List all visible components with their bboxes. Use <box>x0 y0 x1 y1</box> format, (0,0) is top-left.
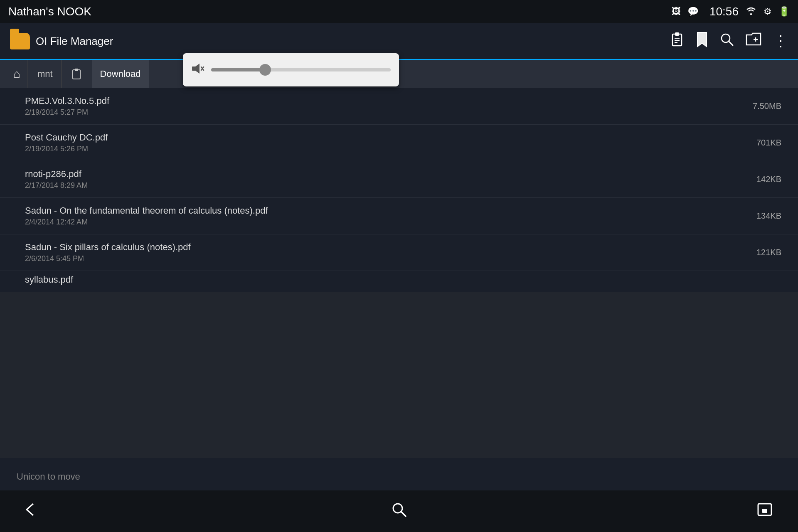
file-size: 7.50MB <box>753 101 781 111</box>
breadcrumb-nav: ⌂ mnt Download <box>0 60 798 88</box>
file-date: 2/19/2014 5:27 PM <box>25 108 109 117</box>
breadcrumb-home[interactable]: ⌂ <box>7 60 27 88</box>
more-menu-icon[interactable]: ⋮ <box>773 34 788 49</box>
bottom-nav <box>0 490 798 532</box>
file-date: 2/6/2014 5:45 PM <box>25 254 191 263</box>
file-date: 2/19/2014 5:26 PM <box>25 145 108 153</box>
status-bar: Nathan's NOOK 🖼 💬 10:56 ⚙ 🔋 <box>0 0 798 23</box>
file-row-partial[interactable]: syllabus.pdf <box>0 271 798 292</box>
svg-rect-11 <box>192 66 195 71</box>
image-status-icon: 🖼 <box>672 6 681 17</box>
breadcrumb-mnt[interactable]: mnt <box>29 60 62 88</box>
status-text: Unicon to move <box>17 471 80 482</box>
file-name-partial: syllabus.pdf <box>25 274 73 285</box>
file-size: 121KB <box>756 248 781 257</box>
file-row[interactable]: Post Cauchy DC.pdf 2/19/2014 5:26 PM 701… <box>0 125 798 161</box>
app-name: OI File Manager <box>36 35 113 48</box>
file-size: 701KB <box>756 138 781 148</box>
file-size: 134KB <box>756 211 781 221</box>
volume-slider-thumb[interactable] <box>259 64 271 76</box>
volume-slider-fill <box>211 68 265 71</box>
file-row[interactable]: Sadun - On the fundamental theorem of ca… <box>0 198 798 234</box>
status-icons: 🖼 💬 10:56 ⚙ 🔋 <box>672 5 790 18</box>
breadcrumb-mnt-label: mnt <box>37 69 53 79</box>
breadcrumb-download-label: Download <box>100 69 141 79</box>
toolbar-left: OI File Manager <box>10 33 113 49</box>
wifi-icon <box>745 6 757 17</box>
file-name: Post Cauchy DC.pdf <box>25 132 108 143</box>
file-list: PMEJ.Vol.3.No.5.pdf 2/19/2014 5:27 PM 7.… <box>0 88 798 292</box>
folder-icon <box>10 33 30 49</box>
file-date: 2/4/2014 12:42 AM <box>25 218 268 227</box>
file-name: Sadun - Six pillars of calculus (notes).… <box>25 242 191 253</box>
file-info: rnoti-p286.pdf 2/17/2014 8:29 AM <box>25 169 88 190</box>
file-size: 142KB <box>756 175 781 184</box>
svg-line-15 <box>401 512 406 516</box>
file-info: Post Cauchy DC.pdf 2/19/2014 5:26 PM <box>25 132 108 153</box>
battery-icon: 🔋 <box>778 6 790 17</box>
volume-slider-track[interactable] <box>211 68 391 71</box>
file-date: 2/17/2014 8:29 AM <box>25 181 88 190</box>
search-nav-icon[interactable] <box>391 502 407 521</box>
bottom-status: Unicon to move <box>17 471 80 482</box>
settings-icon[interactable]: ⚙ <box>764 6 772 17</box>
folder-icon-wrapper: OI File Manager <box>10 33 113 49</box>
toolbar: OI File Manager <box>0 23 798 60</box>
file-info: Sadun - On the fundamental theorem of ca… <box>25 205 268 227</box>
clock: 10:56 <box>709 5 739 18</box>
empty-area <box>0 292 798 458</box>
toolbar-right: ⋮ <box>670 32 788 51</box>
svg-rect-1 <box>675 32 679 36</box>
recents-icon[interactable] <box>756 502 773 521</box>
file-name: PMEJ.Vol.3.No.5.pdf <box>25 96 109 106</box>
file-info: PMEJ.Vol.3.No.5.pdf 2/19/2014 5:27 PM <box>25 96 109 117</box>
home-icon: ⌂ <box>13 67 20 81</box>
svg-line-6 <box>729 41 733 45</box>
breadcrumb-clipboard[interactable] <box>63 60 90 88</box>
back-icon[interactable] <box>25 502 42 521</box>
svg-rect-10 <box>75 69 78 71</box>
app-title: Nathan's NOOK <box>8 5 91 18</box>
message-status-icon: 💬 <box>687 6 699 17</box>
svg-rect-9 <box>73 70 80 79</box>
clipboard-icon[interactable] <box>670 32 684 51</box>
svg-rect-17 <box>762 509 767 513</box>
new-folder-icon[interactable] <box>746 32 761 50</box>
file-row[interactable]: PMEJ.Vol.3.No.5.pdf 2/19/2014 5:27 PM 7.… <box>0 88 798 125</box>
volume-slider-overlay[interactable] <box>183 53 399 86</box>
volume-mute-icon <box>191 62 204 78</box>
file-row[interactable]: rnoti-p286.pdf 2/17/2014 8:29 AM 142KB <box>0 161 798 198</box>
breadcrumb-download[interactable]: Download <box>92 60 150 88</box>
file-row[interactable]: Sadun - Six pillars of calculus (notes).… <box>0 234 798 271</box>
file-info: Sadun - Six pillars of calculus (notes).… <box>25 242 191 263</box>
bookmark-icon[interactable] <box>696 32 708 51</box>
file-name: Sadun - On the fundamental theorem of ca… <box>25 205 268 216</box>
search-icon[interactable] <box>720 32 734 50</box>
file-name: rnoti-p286.pdf <box>25 169 88 180</box>
